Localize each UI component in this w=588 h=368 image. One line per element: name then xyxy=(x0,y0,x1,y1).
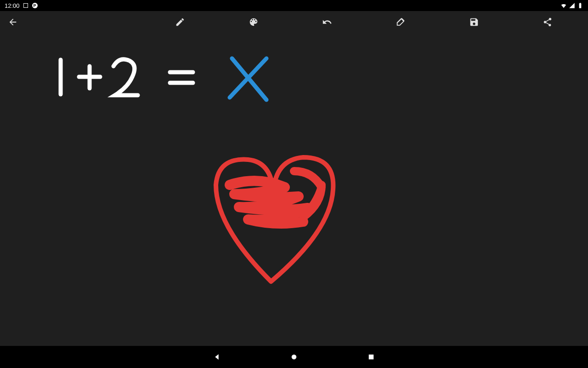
share-button[interactable] xyxy=(511,11,584,33)
undo-icon xyxy=(322,17,332,27)
nav-recent-icon xyxy=(367,353,375,361)
eraser-button[interactable] xyxy=(364,11,437,33)
back-button[interactable] xyxy=(4,13,22,31)
equation-white-stroke xyxy=(61,59,193,95)
drawing-strokes xyxy=(0,33,588,346)
arrow-left-icon xyxy=(8,17,18,27)
p-badge-icon: P xyxy=(32,2,38,9)
save-icon xyxy=(469,17,479,27)
save-button[interactable] xyxy=(437,11,511,33)
nav-home-icon xyxy=(290,353,298,361)
equation-blue-x-stroke xyxy=(230,58,266,100)
signal-icon xyxy=(569,2,575,9)
status-time: 12:00 xyxy=(5,2,20,9)
device-frame: 12:00 P xyxy=(0,0,588,368)
battery-icon xyxy=(577,2,583,9)
share-icon xyxy=(543,17,553,27)
wifi-icon xyxy=(560,2,567,9)
eraser-icon xyxy=(396,17,406,27)
svg-point-0 xyxy=(292,355,297,360)
app-toolbar xyxy=(0,11,588,33)
system-nav-bar xyxy=(0,346,588,368)
status-bar: 12:00 P xyxy=(0,0,588,11)
draw-button[interactable] xyxy=(143,11,217,33)
color-button[interactable] xyxy=(217,11,290,33)
nav-recent-button[interactable] xyxy=(365,351,378,363)
pencil-icon xyxy=(175,17,185,27)
nav-home-button[interactable] xyxy=(288,351,300,363)
nav-back-icon xyxy=(213,353,221,361)
svg-rect-1 xyxy=(369,355,374,360)
drawing-canvas[interactable] xyxy=(0,33,588,346)
square-indicator-icon xyxy=(23,2,29,9)
heart-stroke xyxy=(216,157,333,282)
nav-back-button[interactable] xyxy=(210,351,223,363)
undo-button[interactable] xyxy=(290,11,364,33)
palette-icon xyxy=(249,17,259,27)
